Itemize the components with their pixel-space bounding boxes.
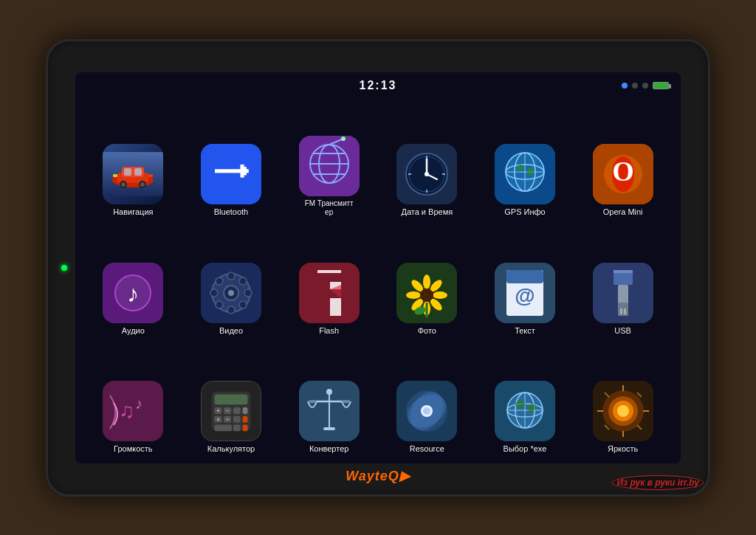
bluetooth-icon: ⭢ xyxy=(201,144,261,204)
svg-point-21 xyxy=(341,137,346,141)
app-audio[interactable]: ♪ Аудио xyxy=(87,223,179,336)
svg-point-110 xyxy=(326,389,332,395)
svg-point-107 xyxy=(308,400,317,403)
status-indicators xyxy=(622,82,669,89)
svg-point-53 xyxy=(239,277,247,285)
audio-icon: ♪ xyxy=(103,263,163,323)
app-photo[interactable]: Фото xyxy=(381,223,473,336)
svg-rect-91 xyxy=(233,407,241,414)
app-text[interactable]: @ Текст xyxy=(479,223,571,336)
app-flash[interactable]: Flash xyxy=(283,223,375,336)
converter-icon xyxy=(299,381,360,441)
svg-rect-96 xyxy=(243,416,248,423)
clock-label: Дата и Время xyxy=(401,207,453,217)
indicator-dot-1 xyxy=(622,83,628,89)
gps-device: 12:13 xyxy=(46,39,710,497)
device-screen: 12:13 xyxy=(75,72,681,463)
photo-icon xyxy=(396,263,457,323)
app-usb[interactable]: USB xyxy=(577,223,669,336)
svg-rect-4 xyxy=(124,168,131,176)
watermark: Из рук в руки irr.by xyxy=(612,475,704,490)
resource-label: Resource xyxy=(410,444,444,454)
svg-text:O: O xyxy=(612,156,634,187)
brand-name: WayteQ▶ xyxy=(346,468,410,484)
navigation-icon xyxy=(103,144,163,204)
usb-icon xyxy=(593,263,653,323)
exe-label: Выбор *exe xyxy=(504,444,547,454)
svg-text:♪: ♪ xyxy=(135,396,142,412)
volume-label: Громкость xyxy=(114,444,152,454)
svg-text:+: + xyxy=(216,408,219,413)
svg-rect-98 xyxy=(233,425,241,432)
svg-rect-99 xyxy=(243,425,248,432)
app-video[interactable]: Видео xyxy=(185,223,278,336)
gps-label: GPS Инфо xyxy=(504,207,545,217)
battery-indicator xyxy=(653,82,669,89)
photo-label: Фото xyxy=(418,326,436,336)
svg-rect-10 xyxy=(113,174,117,177)
svg-point-127 xyxy=(617,405,629,417)
app-exe[interactable]: Выбор *exe xyxy=(479,342,571,455)
brightness-label: Яркость xyxy=(608,444,638,454)
flash-icon xyxy=(299,263,360,323)
svg-rect-78 xyxy=(614,270,633,273)
resource-icon xyxy=(396,381,457,441)
indicator-dot-2 xyxy=(632,83,638,89)
svg-point-66 xyxy=(406,291,421,299)
svg-text:♪: ♪ xyxy=(127,280,139,307)
app-volume[interactable]: ♫ ♪ Громкость xyxy=(87,342,179,455)
svg-rect-88 xyxy=(215,395,248,405)
app-brightness[interactable]: Яркость xyxy=(577,342,669,455)
app-bluetooth[interactable]: ⭢ Bluetooth xyxy=(185,105,278,218)
svg-point-48 xyxy=(227,272,235,280)
usb-label: USB xyxy=(614,326,631,336)
svg-point-51 xyxy=(244,289,252,297)
svg-point-108 xyxy=(342,400,351,403)
video-icon xyxy=(201,263,261,323)
svg-point-68 xyxy=(420,289,433,302)
svg-rect-5 xyxy=(134,168,142,176)
svg-rect-82 xyxy=(624,308,626,314)
power-led xyxy=(61,265,67,271)
text-icon: @ xyxy=(495,263,555,323)
app-clock[interactable]: Дата и Время xyxy=(381,105,473,218)
svg-rect-109 xyxy=(323,427,335,430)
app-grid: Навигация ⭢ Bluetooth xyxy=(75,99,681,463)
opera-label: Opera Mini xyxy=(603,207,643,217)
app-resource[interactable]: Resource xyxy=(381,342,473,455)
app-converter[interactable]: Конвертер xyxy=(283,342,375,455)
calculator-label: Калькулятор xyxy=(207,444,255,454)
audio-label: Аудио xyxy=(122,326,145,336)
clock-icon xyxy=(396,144,457,204)
app-navigation[interactable]: Навигация xyxy=(87,105,179,218)
svg-rect-81 xyxy=(620,308,622,314)
svg-point-50 xyxy=(210,289,218,297)
app-fm[interactable]: FM Трансмитт ер xyxy=(283,105,375,218)
indicator-dot-3 xyxy=(642,83,648,89)
svg-text:−: − xyxy=(226,408,229,413)
svg-text:♫: ♫ xyxy=(119,399,134,422)
fm-label: FM Трансмитт ер xyxy=(305,199,354,217)
svg-point-52 xyxy=(216,277,223,285)
brand-arrow: ▶ xyxy=(399,469,410,483)
app-gps[interactable]: GPS Инфо xyxy=(479,105,571,218)
svg-point-116 xyxy=(423,407,430,415)
converter-label: Конвертер xyxy=(309,444,348,454)
svg-rect-95 xyxy=(233,416,241,423)
svg-point-54 xyxy=(216,301,223,308)
text-label: Текст xyxy=(515,326,535,336)
app-opera[interactable]: O Opera Mini xyxy=(577,105,669,218)
svg-point-9 xyxy=(140,182,145,187)
svg-rect-97 xyxy=(215,425,232,432)
volume-icon: ♫ ♪ xyxy=(103,381,163,441)
svg-text:@: @ xyxy=(515,284,535,307)
video-label: Видео xyxy=(219,326,243,336)
svg-point-62 xyxy=(433,291,447,299)
flash-label: Flash xyxy=(319,326,339,336)
svg-point-56 xyxy=(228,290,234,296)
svg-rect-74 xyxy=(506,270,543,283)
exe-icon xyxy=(495,381,555,441)
opera-icon: O xyxy=(593,144,653,204)
calculator-icon: + − × ÷ xyxy=(201,381,261,441)
app-calculator[interactable]: + − × ÷ Калькулятор xyxy=(185,342,278,455)
